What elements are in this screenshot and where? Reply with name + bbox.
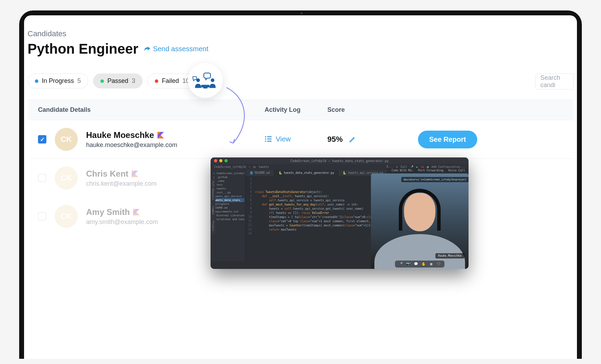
view-label: View <box>276 135 291 143</box>
status-dot-passed <box>100 79 104 83</box>
folder-icon: 🗀 <box>253 165 256 169</box>
shield-icon[interactable]: 🛡 <box>437 262 441 266</box>
page-title: Python Engineer <box>28 41 138 57</box>
headset-icon <box>399 189 441 231</box>
filter-passed-count: 3 <box>132 77 135 85</box>
ide-vertical-tabs[interactable]: Pull RequestsCommitProject <box>211 178 215 234</box>
tree-item[interactable]: ▸ Scratches and Consoles <box>211 217 244 221</box>
table-header: Candidate Details Activity Log Score <box>28 100 573 120</box>
table-row[interactable]: CK Hauke Moeschke hauke.moeschke@example… <box>28 120 573 159</box>
participant-name-tag: Hauke.Moeschke <box>435 253 464 258</box>
candidate-email: amy.smith@example.com <box>86 218 158 226</box>
ide-gutter: 1234567891011121314 <box>245 176 253 261</box>
svg-point-1 <box>211 78 214 82</box>
status-dot-in-progress <box>35 79 38 83</box>
camera-toggle-icon[interactable]: 📷 <box>406 262 410 266</box>
ide-breadcrumb-project[interactable]: CodeScreen_izfv6ylb <box>214 165 246 169</box>
col-candidate: Candidate Details <box>38 106 265 114</box>
tree-item[interactable]: ▸ .idea <box>211 179 244 183</box>
status-dot-failed <box>155 79 158 83</box>
avatar: CK <box>55 128 78 151</box>
ide-submenu: Code With Me: Port Forwarding Voice Call <box>388 168 469 173</box>
tree-item[interactable]: ▾ tweets <box>211 187 244 191</box>
submenu-port-forwarding[interactable]: Port Forwarding <box>418 169 443 172</box>
filter-in-progress[interactable]: In Progress 5 <box>28 73 88 88</box>
filter-in-progress-count: 5 <box>77 77 81 85</box>
svg-rect-7 <box>267 139 272 140</box>
row-checkbox[interactable] <box>38 174 46 182</box>
kotlin-icon <box>132 208 140 216</box>
row-checkbox[interactable] <box>38 135 46 144</box>
tree-item[interactable]: ▸ .github <box>211 175 244 179</box>
col-activity: Activity Log <box>265 106 327 114</box>
view-activity-link[interactable]: View <box>265 135 291 143</box>
svg-point-8 <box>265 141 266 142</box>
submenu-code-with-me[interactable]: Code With Me: <box>391 169 413 172</box>
svg-point-6 <box>265 138 266 140</box>
tree-item[interactable]: tweets_api_service <box>211 194 244 198</box>
col-score: Score <box>327 106 418 114</box>
candidate-name: Hauke Moeschke <box>86 130 154 140</box>
ide-window: CodeScreen_izfv6ylb — tweets_data_stats_… <box>211 157 469 269</box>
svg-point-4 <box>265 136 266 138</box>
ide-breadcrumb-folder[interactable]: tweets <box>259 165 269 169</box>
candidate-email: hauke.moeschke@example.com <box>86 141 177 149</box>
breadcrumb: Candidates <box>28 29 573 38</box>
collaboration-icon <box>192 71 218 90</box>
filter-in-progress-label: In Progress <box>42 77 74 85</box>
svg-rect-9 <box>267 141 272 142</box>
candidate-email: chris.kent@example.com <box>86 180 157 187</box>
mic-toggle-icon[interactable]: 🎤 <box>398 262 403 266</box>
call-controls: 🎤 📷 💬 ✋ ▦ 🛡 <box>395 261 444 268</box>
tree-item[interactable]: ▸ External Libraries <box>211 214 244 217</box>
tree-item[interactable]: README.md <box>211 206 244 210</box>
ide-tab[interactable]: 🐍 tweets_data_stats_generator.py <box>274 170 338 176</box>
tree-item[interactable]: requirements.txt <box>211 210 244 214</box>
search-placeholder: Search candi <box>540 74 568 89</box>
send-assessment-link[interactable]: Send assessment <box>143 45 208 53</box>
avatar: CK <box>55 166 78 189</box>
tree-item[interactable]: __init__.py <box>211 191 244 194</box>
score-value: 95% <box>327 135 343 144</box>
svg-rect-2 <box>201 85 210 87</box>
filter-failed-label: Failed <box>162 77 179 85</box>
row-checkbox[interactable] <box>38 212 46 220</box>
pair-interview-icon-bubble <box>188 63 223 98</box>
see-report-button[interactable]: See Report <box>418 131 477 148</box>
filter-row: In Progress 5 Passed 3 Failed 10 <box>28 73 573 88</box>
kotlin-icon <box>157 131 165 139</box>
tree-item[interactable]: .gitignore <box>211 202 244 206</box>
tree-item[interactable]: tweets_data_stats_ <box>211 198 244 202</box>
svg-rect-5 <box>267 137 272 138</box>
send-assessment-label: Send assessment <box>153 45 208 53</box>
ide-window-title: CodeScreen_izfv6ylb — tweets_data_stats_… <box>211 159 469 163</box>
tree-item[interactable]: ▸ test <box>211 183 244 187</box>
video-call-panel: davidcervi's+CodeScreen_izfv6ylb+project… <box>371 173 469 269</box>
edit-icon[interactable] <box>349 136 356 143</box>
search-input[interactable]: Search candi <box>535 73 573 90</box>
ide-project-tree[interactable]: ▸ CodeScreen_izfv6ylb ▸ .github ▸ .idea … <box>211 170 245 261</box>
chat-icon[interactable]: 💬 <box>414 262 418 266</box>
svg-rect-3 <box>203 87 207 88</box>
ide-titlebar[interactable]: CodeScreen_izfv6ylb — tweets_data_stats_… <box>211 157 469 164</box>
tree-item[interactable]: ▸ CodeScreen_izfv6ylb <box>211 171 244 175</box>
candidate-name: Chris Kent <box>86 169 128 179</box>
kotlin-icon <box>131 170 139 178</box>
share-arrow-icon <box>143 45 151 53</box>
ide-tab[interactable]: 📘 README.md <box>245 170 274 176</box>
filter-passed[interactable]: Passed 3 <box>93 73 143 88</box>
raise-hand-icon[interactable]: ✋ <box>421 262 426 266</box>
filter-passed-label: Passed <box>107 77 128 85</box>
peer-project-tag: davidcervi's+CodeScreen_izfv6ylb+project <box>401 177 469 182</box>
avatar: CK <box>55 205 78 228</box>
candidate-name: Amy Smith <box>86 207 130 217</box>
list-icon <box>265 136 272 142</box>
submenu-voice-call[interactable]: Voice Call <box>448 169 465 172</box>
grid-icon[interactable]: ▦ <box>429 262 433 266</box>
